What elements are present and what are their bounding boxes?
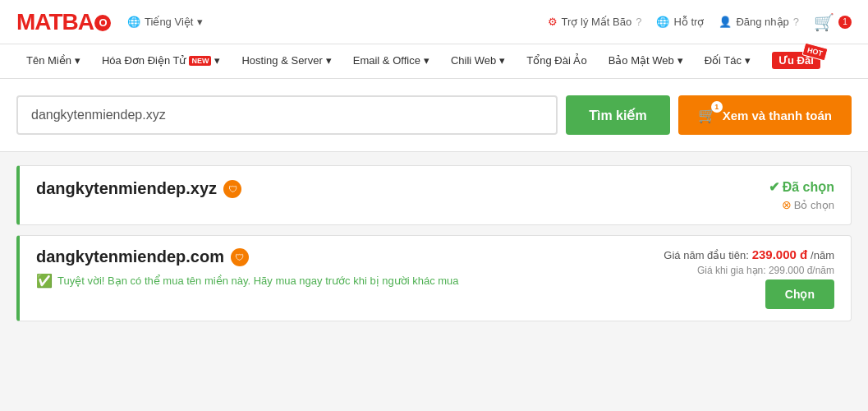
shield-icon-xyz[interactable]: 🛡 [223, 180, 241, 198]
price-label: Giá năm đầu tiên: [664, 249, 748, 261]
globe2-icon: 🌐 [656, 16, 669, 28]
search-button[interactable]: Tìm kiếm [566, 95, 669, 135]
new-badge: NEW [189, 56, 211, 66]
avail-text: Tuyệt vời! Bạn có thể mua tên miền này. … [57, 275, 459, 287]
nav-item-hoa-don[interactable]: Hóa Đơn Điện Tử NEW ▾ [92, 44, 231, 79]
checkout-button[interactable]: 🛒 1 Xem và thanh toán [678, 95, 852, 135]
check-circle-icon: ✅ [36, 273, 53, 289]
nav-label-uu-dai: Ưu Đãi HOT [772, 52, 820, 69]
domain-com-name-row: dangkytenmiendep.com 🛡 [36, 247, 459, 266]
chevron-down-icon: ▾ [75, 54, 80, 67]
globe-icon: 🌐 [127, 16, 140, 28]
lang-label: Tiếng Việt [145, 16, 193, 28]
support-icon: ⚙ [548, 16, 558, 28]
domain-com-right: Giá năm đầu tiên: 239.000 đ /năm Giá khi… [664, 247, 834, 309]
nav-item-doi-tac[interactable]: Đối Tác ▾ [695, 44, 760, 79]
cart-icon: 🛒 [814, 12, 834, 32]
search-button-label: Tìm kiếm [589, 109, 646, 122]
chosen-text: Đã chọn [783, 179, 834, 195]
deselect-icon: ⊗ [782, 198, 792, 211]
chevron-down-icon7: ▾ [745, 54, 751, 67]
nav-item-uu-dai[interactable]: Ưu Đãi HOT [762, 44, 830, 79]
chevron-down-icon5: ▾ [499, 54, 505, 67]
chosen-label: ✔ Đã chọn [769, 179, 834, 195]
help-circle-icon: ? [636, 16, 641, 28]
domain-com-top: dangkytenmiendep.com 🛡 ✅ Tuyệt vời! Bạn … [36, 247, 834, 309]
domain-card-com: dangkytenmiendep.com 🛡 ✅ Tuyệt vời! Bạn … [16, 235, 852, 321]
header: MATBAO 🌐 Tiếng Việt ▾ ⚙ Trợ lý Mất Bão ?… [0, 0, 868, 44]
chevron-down-icon3: ▾ [326, 54, 332, 67]
domain-com-left: dangkytenmiendep.com 🛡 ✅ Tuyệt vời! Bạn … [36, 247, 459, 289]
nav-label-tong-dai: Tổng Đài Ảo [526, 54, 586, 67]
nav: Tên Miền ▾ Hóa Đơn Điện Tử NEW ▾ Hosting… [0, 44, 868, 79]
help-circle2-icon: ? [793, 16, 799, 28]
search-input[interactable] [16, 95, 558, 135]
cart-icon-btn: 🛒 1 [698, 106, 716, 124]
domain-card-xyz: dangkytenmiendep.xyz 🛡 ✔ Đã chọn ⊗ Bỏ ch… [16, 165, 852, 225]
cart-badge-btn: 1 [711, 101, 723, 113]
nav-item-chili[interactable]: Chili Web ▾ [441, 44, 515, 79]
nav-label-doi-tac: Đối Tác [705, 54, 742, 67]
select-com-label: Chọn [785, 288, 815, 301]
nav-item-bao-mat[interactable]: Bảo Mật Web ▾ [599, 44, 693, 79]
deselect-link[interactable]: ⊗ Bỏ chọn [782, 198, 834, 211]
deselect-text: Bỏ chọn [794, 199, 834, 211]
nav-label-hosting: Hosting & Server [241, 54, 322, 67]
chevron-down-icon4: ▾ [424, 54, 429, 67]
person-icon: 👤 [719, 16, 732, 28]
nav-items: Tên Miền ▾ Hóa Đơn Điện Tử NEW ▾ Hosting… [16, 44, 852, 79]
domain-xyz-name: dangkytenmiendep.xyz [36, 179, 217, 198]
support-link[interactable]: ⚙ Trợ lý Mất Bão ? [548, 16, 642, 28]
availability-message: ✅ Tuyệt vời! Bạn có thể mua tên miền này… [36, 273, 459, 289]
domain-com-name: dangkytenmiendep.com [36, 247, 224, 266]
logo[interactable]: MATBAO [16, 9, 111, 35]
nav-item-hosting[interactable]: Hosting & Server ▾ [232, 44, 341, 79]
nav-label-chili: Chili Web [451, 54, 496, 67]
domain-card-xyz-inner: dangkytenmiendep.xyz 🛡 ✔ Đã chọn ⊗ Bỏ ch… [20, 166, 851, 224]
lang-selector[interactable]: 🌐 Tiếng Việt ▾ [127, 16, 203, 28]
cart-count-badge: 1 [838, 16, 852, 29]
original-price: Giá khi gia hạn: 299.000 đ/năm [697, 265, 834, 276]
nav-label-ten-mien: Tên Miền [26, 54, 71, 67]
price-per: /năm [811, 249, 834, 261]
chevron-down-icon2: ▾ [214, 54, 220, 67]
cart-link[interactable]: 🛒 1 [814, 12, 852, 32]
results-area: dangkytenmiendep.xyz 🛡 ✔ Đã chọn ⊗ Bỏ ch… [0, 152, 868, 344]
search-area: Tìm kiếm 🛒 1 Xem và thanh toán [0, 79, 868, 152]
checkout-button-label: Xem và thanh toán [723, 109, 832, 122]
nav-label-bao-mat: Bảo Mật Web [609, 54, 674, 67]
checkmark-icon: ✔ [769, 179, 779, 195]
header-left: MATBAO 🌐 Tiếng Việt ▾ [16, 9, 203, 35]
nav-label-hoa-don: Hóa Đơn Điện Tử [102, 54, 186, 67]
nav-item-email[interactable]: Email & Office ▾ [343, 44, 439, 79]
price-value: 239.000 đ [752, 247, 808, 261]
header-right: ⚙ Trợ lý Mất Bão ? 🌐 Hỗ trợ 👤 Đăng nhập … [548, 12, 852, 32]
price-row: Giá năm đầu tiên: 239.000 đ /năm [664, 247, 834, 261]
support-label: Trợ lý Mất Bão [562, 16, 632, 28]
select-com-button[interactable]: Chọn [765, 279, 834, 309]
shield-icon-com[interactable]: 🛡 [231, 248, 249, 266]
search-row: Tìm kiếm 🛒 1 Xem và thanh toán [16, 95, 852, 135]
nav-item-ten-mien[interactable]: Tên Miền ▾ [16, 44, 90, 79]
nav-item-tong-dai[interactable]: Tổng Đài Ảo [517, 44, 596, 79]
help-label: Hỗ trợ [673, 16, 704, 28]
login-label: Đăng nhập [736, 16, 788, 28]
login-link[interactable]: 👤 Đăng nhập ? [719, 16, 799, 28]
help-link[interactable]: 🌐 Hỗ trợ [656, 16, 704, 28]
chevron-down-icon: ▾ [197, 16, 203, 28]
nav-label-email: Email & Office [353, 54, 420, 67]
domain-xyz-name-row: dangkytenmiendep.xyz 🛡 [36, 179, 241, 198]
xyz-right-section: ✔ Đã chọn ⊗ Bỏ chọn [769, 179, 834, 211]
chevron-down-icon6: ▾ [677, 54, 683, 67]
domain-card-com-inner: dangkytenmiendep.com 🛡 ✅ Tuyệt vời! Bạn … [20, 236, 851, 321]
